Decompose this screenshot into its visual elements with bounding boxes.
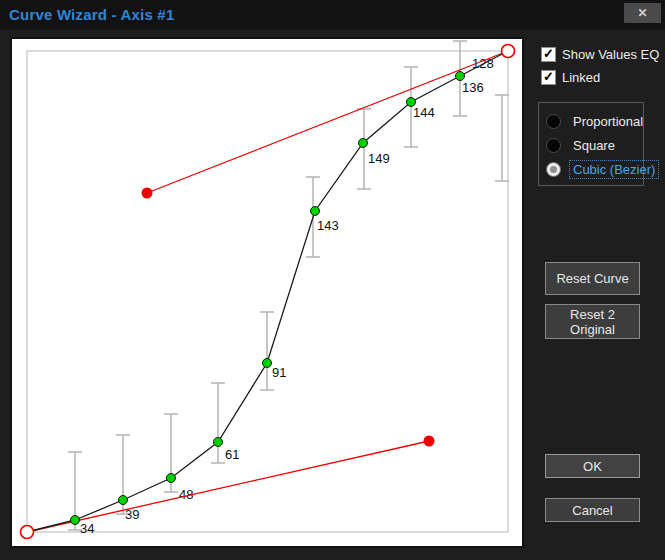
radio-icon [546,162,561,177]
curve-point[interactable] [71,516,80,525]
checkbox-label: Show Values EQ [562,47,659,62]
radio-label: Cubic (Bezier) [569,160,659,179]
point-value-label: 61 [225,447,239,462]
window-title: Curve Wizard - Axis #1 [9,6,174,23]
checkbox-icon: ✓ [541,47,556,62]
point-value-label: 34 [80,521,94,536]
checkbox-label: Linked [562,70,600,85]
curve-point[interactable] [359,139,368,148]
point-value-label: 91 [272,365,286,380]
curve-endpoint[interactable] [502,45,515,58]
curve-point[interactable] [311,207,320,216]
radio-proportional[interactable]: Proportional [546,112,647,131]
radio-icon [546,138,561,153]
radio-cubic-bezier[interactable]: Cubic (Bezier) [546,160,659,179]
checkbox-show-values-eq[interactable]: ✓ Show Values EQ [541,47,659,62]
curve-plot[interactable]: 3439486191143149144136128 [10,37,524,548]
title-bar: Curve Wizard - Axis #1 ✕ [0,0,665,30]
ok-button[interactable]: OK [545,454,640,478]
curve-point[interactable] [407,98,416,107]
radio-label: Proportional [569,112,647,131]
curve-point[interactable] [263,359,272,368]
checkbox-linked[interactable]: ✓ Linked [541,70,600,85]
curve-point[interactable] [456,72,465,81]
close-icon: ✕ [637,6,647,20]
close-button[interactable]: ✕ [624,3,661,23]
cancel-button[interactable]: Cancel [545,498,640,522]
bezier-handle-point[interactable] [424,436,435,447]
bezier-handle-point[interactable] [142,188,153,199]
plot-background [11,38,523,547]
point-value-label: 144 [413,105,435,120]
curve-plot-panel[interactable]: 3439486191143149144136128 [10,37,524,548]
reset-2-original-button[interactable]: Reset 2 Original [545,304,640,339]
point-value-label: 143 [317,218,339,233]
radio-label: Square [569,136,619,155]
curve-endpoint[interactable] [21,526,34,539]
checkbox-icon: ✓ [541,70,556,85]
radio-square[interactable]: Square [546,136,619,155]
point-value-label: 136 [462,80,484,95]
reset-curve-button[interactable]: Reset Curve [545,262,640,295]
radio-icon [546,114,561,129]
curve-point[interactable] [119,496,128,505]
curve-point[interactable] [167,474,176,483]
curve-point[interactable] [214,438,223,447]
point-value-label: 149 [368,151,390,166]
